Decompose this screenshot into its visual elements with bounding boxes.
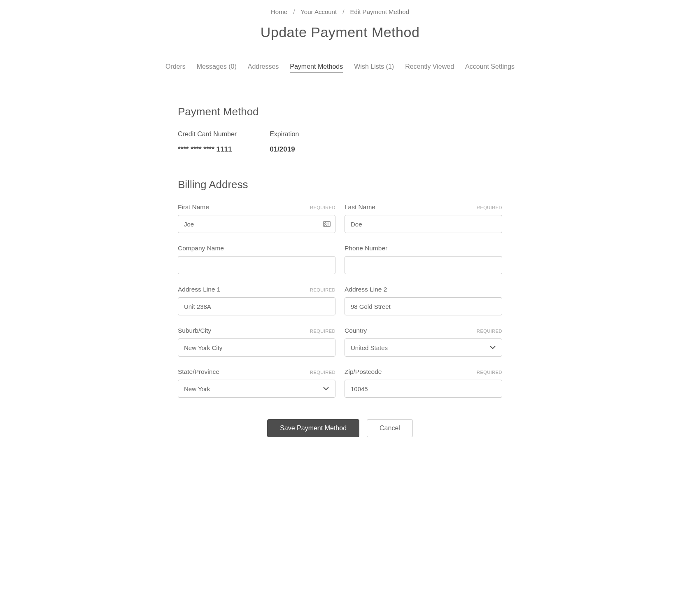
breadcrumb: Home / Your Account / Edit Payment Metho… [109,8,571,15]
state-select[interactable]: New York [178,380,335,398]
tab-payment-methods[interactable]: Payment Methods [290,63,343,72]
address2-input[interactable] [345,297,502,315]
contact-card-icon [323,221,331,227]
required-tag: REQUIRED [477,329,502,334]
address2-label: Address Line 2 [345,286,387,293]
breadcrumb-edit: Edit Payment Method [350,8,409,15]
payment-summary: Credit Card Number **** **** **** 1111 E… [178,131,502,154]
tab-addresses[interactable]: Addresses [248,63,279,72]
section-billing-address: Billing Address [178,178,502,191]
section-payment-method: Payment Method [178,105,502,118]
address1-input[interactable] [178,297,335,315]
expiration-value: 01/2019 [270,145,299,154]
svg-point-1 [325,223,326,224]
account-tabs: Orders Messages (0) Addresses Payment Me… [109,63,571,72]
state-label: State/Province [178,368,219,376]
company-label: Company Name [178,245,224,252]
phone-label: Phone Number [345,245,387,252]
required-tag: REQUIRED [310,370,335,375]
city-label: Suburb/City [178,327,211,334]
zip-label: Zip/Postcode [345,368,382,376]
breadcrumb-account[interactable]: Your Account [300,8,337,15]
required-tag: REQUIRED [477,370,502,375]
city-input[interactable] [178,338,335,357]
last-name-label: Last Name [345,203,375,211]
breadcrumb-sep: / [293,8,295,15]
required-tag: REQUIRED [310,205,335,210]
save-button[interactable]: Save Payment Method [267,419,359,437]
required-tag: REQUIRED [310,287,335,292]
zip-input[interactable] [345,380,502,398]
country-select[interactable]: United States [345,338,502,357]
cc-number-label: Credit Card Number [178,131,237,138]
company-input[interactable] [178,256,335,274]
first-name-label: First Name [178,203,209,211]
breadcrumb-sep: / [342,8,344,15]
tab-recently-viewed[interactable]: Recently Viewed [405,63,454,72]
phone-input[interactable] [345,256,502,274]
required-tag: REQUIRED [477,205,502,210]
tab-wishlists[interactable]: Wish Lists (1) [354,63,394,72]
tab-account-settings[interactable]: Account Settings [465,63,515,72]
country-label: Country [345,327,367,334]
cancel-button[interactable]: Cancel [367,419,413,437]
required-tag: REQUIRED [310,329,335,334]
tab-orders[interactable]: Orders [165,63,186,72]
breadcrumb-home[interactable]: Home [271,8,287,15]
cc-number-value: **** **** **** 1111 [178,145,237,154]
page-title: Update Payment Method [109,24,571,40]
first-name-input[interactable] [178,215,335,233]
expiration-label: Expiration [270,131,299,138]
address1-label: Address Line 1 [178,286,220,293]
last-name-input[interactable] [345,215,502,233]
tab-messages[interactable]: Messages (0) [197,63,237,72]
